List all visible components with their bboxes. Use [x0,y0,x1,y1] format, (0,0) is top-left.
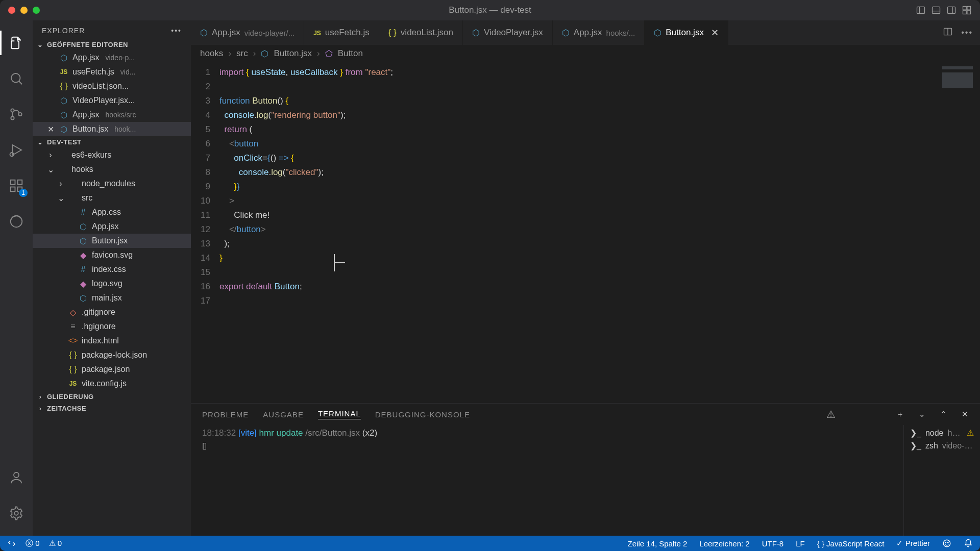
status-indent[interactable]: Leerzeichen: 2 [699,539,749,548]
react-icon: ⬡ [472,28,480,38]
explorer-activity[interactable] [0,27,33,59]
status-position[interactable]: Zeile 14, Spalte 2 [628,539,688,548]
maximize-window-icon[interactable] [33,7,40,14]
remote-icon[interactable] [7,539,16,548]
customize-layout-icon[interactable] [962,5,972,15]
edge-tools-activity[interactable] [0,205,33,238]
tree-item[interactable]: ◆logo.svg [33,277,191,291]
tree-item[interactable]: ›node_modules [33,177,191,191]
crumb[interactable]: Button.jsx [274,48,312,59]
panel-tab-terminal[interactable]: TERMINAL [318,409,361,419]
tree-item[interactable]: ◇.gitignore [33,305,191,319]
feedback-icon[interactable] [942,539,951,548]
status-warnings[interactable]: ⚠ 0 [49,539,62,548]
status-errors[interactable]: ⓧ 0 [26,539,40,548]
toggle-panel-icon[interactable] [931,5,941,15]
tree-item[interactable]: ≡.hgignore [33,319,191,334]
more-icon[interactable]: ••• [961,28,973,37]
tree-item[interactable]: ⬡Button.jsx [33,234,191,248]
breadcrumb[interactable]: hooks› src› ⬡ Button.jsx› ⬠ Button [191,45,980,62]
tree-item[interactable]: ◆favicon.svg [33,248,191,262]
run-debug-activity[interactable] [0,134,33,166]
crumb[interactable]: Button [338,48,363,59]
terminal-entry[interactable]: ❯_zshvideo-… [910,441,974,450]
crumb[interactable]: hooks [200,48,223,59]
tree-item[interactable]: <>index.html [33,334,191,348]
close-tab-icon[interactable]: ✕ [711,27,719,38]
panel-tab-output[interactable]: AUSGABE [263,410,304,419]
chevron-icon: ⌄ [57,193,64,203]
tree-item[interactable]: { }package-lock.json [33,348,191,362]
extensions-activity[interactable]: 1 [0,169,33,202]
split-editor-icon[interactable] [943,27,953,39]
accounts-activity[interactable] [0,461,33,494]
project-header[interactable]: ⌄ DEV-TEST [33,136,191,148]
chevron-down-icon[interactable]: ⌄ [919,410,926,419]
editor-tab[interactable]: ⬡Button.jsx✕ [645,20,728,45]
warning-icon[interactable]: ⚠ [826,408,836,420]
source-control-activity[interactable] [0,98,33,131]
status-language[interactable]: { } JavaScript React [817,539,885,548]
open-editor-item[interactable]: ✕⬡Button.jsxhook... [33,122,191,136]
search-activity[interactable] [0,62,33,95]
more-icon[interactable]: ••• [171,27,182,35]
tree-item[interactable]: JSvite.config.js [33,377,191,391]
open-editor-item[interactable]: ⬡App.jsxvideo-p... [33,51,191,65]
close-panel-icon[interactable]: ✕ [962,410,969,419]
tab-label: VideoPlayer.jsx [484,28,543,38]
editor-tab[interactable]: { }videoList.json [379,20,463,45]
tree-item[interactable]: { }package.json [33,362,191,377]
status-encoding[interactable]: UTF-8 [762,539,784,548]
open-editor-item[interactable]: ⬡VideoPlayer.jsx... [33,93,191,108]
toggle-secondary-sidebar-icon[interactable] [946,5,957,15]
status-eol[interactable]: LF [796,539,805,548]
tree-item[interactable]: #App.css [33,205,191,219]
json-icon: { } [388,28,397,38]
close-icon[interactable]: ✕ [46,124,55,134]
maximize-panel-icon[interactable]: ⌃ [940,410,947,419]
open-editor-item[interactable]: JSuseFetch.jsvid... [33,65,191,79]
tree-item[interactable]: #index.css [33,262,191,277]
outline-header[interactable]: › GLIEDERUNG [33,391,191,403]
toggle-sidebar-icon[interactable] [916,5,926,15]
editor-tab[interactable]: JSuseFetch.js [304,20,379,45]
tree-item[interactable]: ›es6-exkurs [33,148,191,162]
status-formatter[interactable]: ✓ Prettier [896,539,930,548]
open-editor-item[interactable]: ⬡App.jsxhooks/src [33,108,191,122]
tree-item[interactable]: ⬡main.jsx [33,291,191,305]
editor-tab[interactable]: ⬡App.jsxvideo-player/... [191,20,304,45]
new-terminal-icon[interactable]: ＋ [896,410,904,419]
log-action: hmr update [259,428,303,438]
editor[interactable]: 1234567891011121314151617 import { useSt… [191,62,980,403]
tab-label: App.jsx [212,28,240,38]
tree-item[interactable]: ⌄src [33,191,191,205]
editor-group: ⬡App.jsxvideo-player/...JSuseFetch.js{ }… [191,20,980,536]
tab-path: hooks/... [606,29,635,37]
open-editors-header[interactable]: ⌄ GEÖFFNETE EDITOREN [33,39,191,51]
minimap[interactable] [934,62,980,403]
settings-activity[interactable] [0,497,33,530]
terminal-output[interactable]: 18:18:32 [vite] hmr update /src/Button.j… [191,425,903,536]
code-area[interactable]: import { useState, useCallback } from "r… [219,62,934,403]
crumb[interactable]: src [236,48,248,59]
tree-item[interactable]: ⌄hooks [33,162,191,177]
notifications-icon[interactable] [964,539,973,548]
panel-tab-problems[interactable]: PROBLEME [202,410,249,419]
timeline-header[interactable]: › ZEITACHSE [33,403,191,414]
open-editor-item[interactable]: { }videoList.json... [33,79,191,93]
tab-path: video-player/... [244,29,295,37]
tab-label: videoList.json [401,28,453,38]
chevron-icon: ⌄ [47,165,54,174]
svg-rect-7 [967,7,971,10]
outline-label: GLIEDERUNG [47,393,94,400]
editor-tab[interactable]: ⬡App.jsxhooks/... [553,20,645,45]
editor-tab[interactable]: ⬡VideoPlayer.jsx [463,20,553,45]
panel-tab-debug[interactable]: DEBUGGING-KONSOLE [375,410,470,419]
tree-item[interactable]: ⬡App.jsx [33,219,191,234]
close-window-icon[interactable] [8,7,15,14]
file-name: videoList.json... [72,82,129,91]
timeline-label: ZEITACHSE [47,405,86,412]
minimize-window-icon[interactable] [20,7,28,14]
file-name: package.json [82,365,130,374]
terminal-entry[interactable]: ❯_nodeh…⚠ [910,428,974,438]
